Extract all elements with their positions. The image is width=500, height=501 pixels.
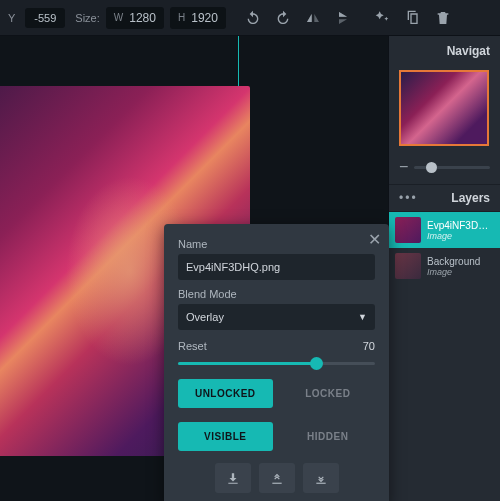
right-panel: Navigat − ••• Layers Evp4iNF3DHQ. Image … [388,36,500,501]
layer-type: Image [427,267,480,277]
layer-item-1[interactable]: Background Image [389,248,500,284]
layer-text: Background Image [427,256,480,277]
zoom-out-icon[interactable]: − [399,158,408,176]
layers-menu-icon[interactable]: ••• [399,191,418,205]
hidden-button[interactable]: HIDDEN [281,422,376,451]
layers-header: ••• Layers [389,184,500,212]
layer-type: Image [427,231,494,241]
w-label: W [114,12,123,23]
slider-fill [178,362,316,365]
close-icon[interactable]: ✕ [368,230,381,249]
zoom-thumb[interactable] [426,162,437,173]
opacity-slider[interactable] [178,362,375,365]
size-group: Size: W1280 H1920 [75,7,226,29]
blend-label: Blend Mode [178,288,375,300]
lock-toggle-row: UNLOCKED LOCKED [178,379,375,408]
size-label: Size: [75,12,99,24]
auto-enhance-icon[interactable] [374,9,392,27]
h-label: H [178,12,185,23]
width-input[interactable]: W1280 [106,7,164,29]
name-label: Name [178,238,375,250]
blend-mode-select[interactable]: Overlay ▼ [178,304,375,330]
layer-properties-dialog: ✕ Name Blend Mode Overlay ▼ Reset 70 UNL… [164,224,389,501]
layer-item-0[interactable]: Evp4iNF3DHQ. Image [389,212,500,248]
top-toolbar: Y -559 Size: W1280 H1920 [0,0,500,36]
bring-to-front-icon[interactable] [259,463,295,493]
reset-label[interactable]: Reset [178,340,207,352]
layer-text: Evp4iNF3DHQ. Image [427,220,494,241]
locked-button[interactable]: LOCKED [281,379,376,408]
duplicate-icon[interactable] [404,9,422,27]
h-value: 1920 [191,11,218,25]
flip-horizontal-icon[interactable] [304,9,322,27]
visible-button[interactable]: VISIBLE [178,422,273,451]
visibility-toggle-row: VISIBLE HIDDEN [178,422,375,451]
blend-value: Overlay [186,311,224,323]
zoom-slider[interactable]: − [389,150,500,184]
height-input[interactable]: H1920 [170,7,226,29]
layer-name: Background [427,256,480,267]
y-value[interactable]: -559 [25,8,65,28]
layer-name: Evp4iNF3DHQ. [427,220,494,231]
name-input[interactable] [178,254,375,280]
layer-thumb [395,253,421,279]
toolbar-icons [244,9,452,27]
zoom-track[interactable] [414,166,490,169]
opacity-value: 70 [363,340,375,352]
opacity-row: Reset 70 [178,340,375,352]
redo-icon[interactable] [274,9,292,27]
unlocked-button[interactable]: UNLOCKED [178,379,273,408]
navigator-thumbnail[interactable] [399,70,489,146]
send-backward-icon[interactable] [215,463,251,493]
navigator-title: Navigat [389,36,500,66]
layers-title: Layers [426,191,490,205]
chevron-down-icon: ▼ [358,312,367,322]
slider-thumb[interactable] [310,357,323,370]
w-value: 1280 [129,11,156,25]
y-label: Y [8,12,15,24]
send-to-back-icon[interactable] [303,463,339,493]
arrange-icons [178,463,375,493]
delete-icon[interactable] [434,9,452,27]
undo-icon[interactable] [244,9,262,27]
flip-vertical-icon[interactable] [334,9,352,27]
layer-thumb [395,217,421,243]
